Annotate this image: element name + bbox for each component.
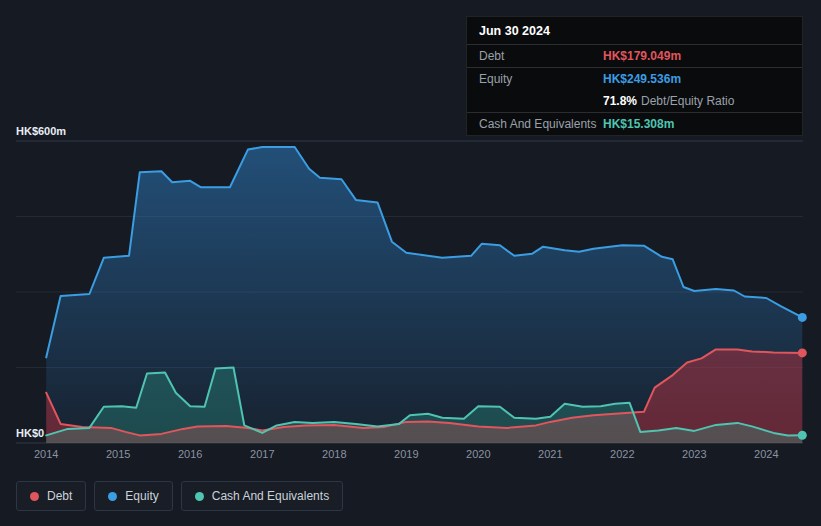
svg-text:2017: 2017 <box>250 448 274 460</box>
tooltip-row-debt: Debt HK$179.049m <box>467 45 802 68</box>
debt-equity-history-chart: 2014201520162017201820192020202120222023… <box>0 0 821 526</box>
legend-cash[interactable]: Cash And Equivalents <box>181 481 343 511</box>
tooltip-equity-value: HK$249.536m <box>603 72 790 86</box>
chart-legend: Debt Equity Cash And Equivalents <box>16 481 343 511</box>
svg-text:HK$0: HK$0 <box>16 427 44 439</box>
equity-dot-icon <box>108 492 117 501</box>
svg-text:2023: 2023 <box>682 448 706 460</box>
tooltip-row-cash: Cash And Equivalents HK$15.308m <box>467 113 802 135</box>
svg-text:2020: 2020 <box>466 448 490 460</box>
svg-text:2021: 2021 <box>538 448 562 460</box>
tooltip-row-ratio: 71.8%Debt/Equity Ratio <box>467 90 802 113</box>
tooltip-row-equity: Equity HK$249.536m <box>467 68 802 90</box>
svg-text:2022: 2022 <box>610 448 634 460</box>
legend-equity[interactable]: Equity <box>94 481 172 511</box>
tooltip-panel: Jun 30 2024 Debt HK$179.049m Equity HK$2… <box>466 16 803 136</box>
tooltip-equity-label: Equity <box>479 72 603 86</box>
tooltip-cash-value: HK$15.308m <box>603 117 790 131</box>
legend-debt[interactable]: Debt <box>16 481 86 511</box>
svg-text:HK$600m: HK$600m <box>16 125 66 137</box>
tooltip-date: Jun 30 2024 <box>467 17 802 45</box>
svg-text:2015: 2015 <box>106 448 130 460</box>
debt-dot-icon <box>30 492 39 501</box>
svg-text:2024: 2024 <box>754 448 778 460</box>
svg-text:2014: 2014 <box>34 448 58 460</box>
tooltip-debt-value: HK$179.049m <box>603 49 790 63</box>
svg-text:2018: 2018 <box>322 448 346 460</box>
tooltip-ratio-value: 71.8%Debt/Equity Ratio <box>603 94 790 108</box>
svg-text:2016: 2016 <box>178 448 202 460</box>
tooltip-debt-label: Debt <box>479 49 603 63</box>
cash-dot-icon <box>195 492 204 501</box>
legend-equity-label: Equity <box>125 489 158 503</box>
legend-debt-label: Debt <box>47 489 72 503</box>
legend-cash-label: Cash And Equivalents <box>212 489 329 503</box>
svg-text:2019: 2019 <box>394 448 418 460</box>
tooltip-cash-label: Cash And Equivalents <box>479 117 603 131</box>
